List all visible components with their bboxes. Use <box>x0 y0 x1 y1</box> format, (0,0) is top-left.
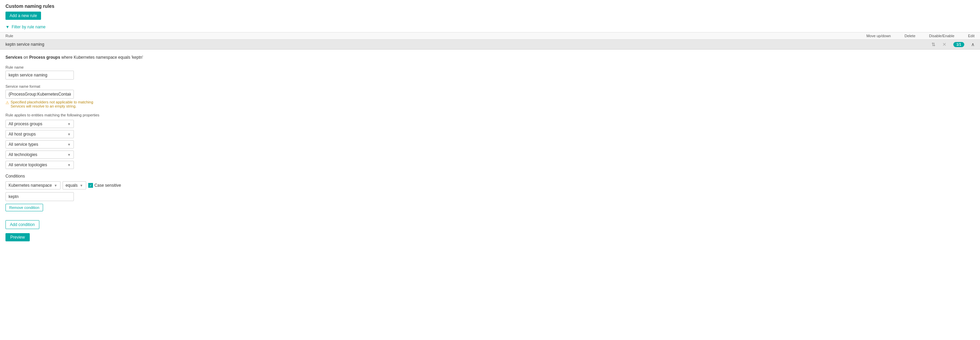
rule-actions: ⇅ ✕ 1/1 ∧ <box>931 42 975 47</box>
delete-button[interactable]: ✕ <box>942 42 947 47</box>
warning-text: Specified placeholders not applicable to… <box>11 100 108 108</box>
rule-name-group: Rule name <box>5 65 975 79</box>
filter-icon: ▼ <box>5 25 10 29</box>
summary-where-text: where Kubernetes namespace equals 'keptn… <box>61 55 143 60</box>
process-groups-label: All process groups <box>8 122 42 126</box>
chevron-down-icon: ▼ <box>54 183 57 187</box>
condition-value-input[interactable] <box>5 192 74 201</box>
summary-services: Services <box>5 55 22 60</box>
rule-name-input[interactable] <box>5 71 74 79</box>
chevron-up-icon: ∧ <box>971 42 975 47</box>
applies-to-group: Rule applies to entities matching the fo… <box>5 113 975 169</box>
rule-detail: Services on Process groups where Kuberne… <box>0 49 980 247</box>
chevron-down-icon: ▼ <box>67 153 71 157</box>
case-sensitive-text: Case sensitive <box>94 183 121 188</box>
move-up-down-button[interactable]: ⇅ <box>931 42 935 47</box>
filter-bar[interactable]: ▼ Filter by rule name <box>0 22 980 32</box>
rule-name-row: keptn service naming <box>5 42 44 47</box>
condition-row: Kubernetes namespace ▼ equals ▼ ✓ Case s… <box>5 181 975 190</box>
chevron-down-icon: ▼ <box>67 133 71 136</box>
service-name-format-group: Service name format ⚠ Specified placehol… <box>5 84 975 108</box>
column-disable: Disable/Enable <box>929 34 955 38</box>
technologies-dropdown[interactable]: All technologies ▼ <box>5 150 74 159</box>
service-name-format-input[interactable] <box>5 90 74 99</box>
column-delete: Delete <box>904 34 915 38</box>
conditions-group: Conditions Kubernetes namespace ▼ equals… <box>5 174 975 215</box>
chevron-down-icon: ▼ <box>67 122 71 126</box>
technologies-label: All technologies <box>8 152 37 157</box>
filter-label: Filter by rule name <box>12 25 46 29</box>
service-topologies-label: All service topologies <box>8 163 47 167</box>
collapse-button[interactable]: ∧ <box>971 42 975 47</box>
rule-row: keptn service naming ⇅ ✕ 1/1 ∧ <box>0 40 980 49</box>
host-groups-label: All host groups <box>8 132 35 136</box>
process-groups-dropdown[interactable]: All process groups ▼ <box>5 120 74 128</box>
summary-on: on <box>24 55 29 60</box>
add-new-rule-button[interactable]: Add a new rule <box>5 12 41 20</box>
page-title: Custom naming rules <box>5 3 975 9</box>
applies-label: Rule applies to entities matching the fo… <box>5 113 975 117</box>
chevron-down-icon: ▼ <box>67 163 71 167</box>
conditions-label: Conditions <box>5 174 975 179</box>
warning-icon: ⚠ <box>5 100 9 105</box>
column-move: Move up/down <box>867 34 891 38</box>
toggle-enable-button[interactable]: 1/1 <box>953 42 964 47</box>
preview-button[interactable]: Preview <box>5 233 30 241</box>
table-header: Rule Move up/down Delete Disable/Enable … <box>0 32 980 40</box>
column-rule: Rule <box>5 34 13 38</box>
condition-key-dropdown[interactable]: Kubernetes namespace ▼ <box>5 181 60 190</box>
column-edit: Edit <box>968 34 975 38</box>
warning-message: ⚠ Specified placeholders not applicable … <box>5 100 108 108</box>
remove-condition-button[interactable]: Remove condition <box>5 204 43 211</box>
rule-summary: Services on Process groups where Kuberne… <box>5 55 975 60</box>
chevron-down-icon: ▼ <box>80 183 83 187</box>
service-topologies-dropdown[interactable]: All service topologies ▼ <box>5 161 74 169</box>
case-sensitive-label[interactable]: ✓ Case sensitive <box>88 183 121 188</box>
service-types-dropdown[interactable]: All service types ▼ <box>5 140 74 149</box>
service-types-label: All service types <box>8 142 38 147</box>
condition-key-label: Kubernetes namespace <box>8 183 52 188</box>
host-groups-dropdown[interactable]: All host groups ▼ <box>5 130 74 138</box>
rule-name-label: Rule name <box>5 65 975 69</box>
summary-process-groups: Process groups <box>29 55 60 60</box>
service-name-format-label: Service name format <box>5 84 975 89</box>
condition-operator-dropdown[interactable]: equals ▼ <box>62 181 86 190</box>
case-sensitive-checkbox[interactable]: ✓ <box>88 183 93 188</box>
page-header: Custom naming rules Add a new rule <box>0 0 980 22</box>
add-condition-button[interactable]: Add condition <box>5 220 39 229</box>
table-actions-header: Move up/down Delete Disable/Enable Edit <box>867 34 975 38</box>
condition-operator-label: equals <box>66 183 78 188</box>
chevron-down-icon: ▼ <box>67 143 71 146</box>
